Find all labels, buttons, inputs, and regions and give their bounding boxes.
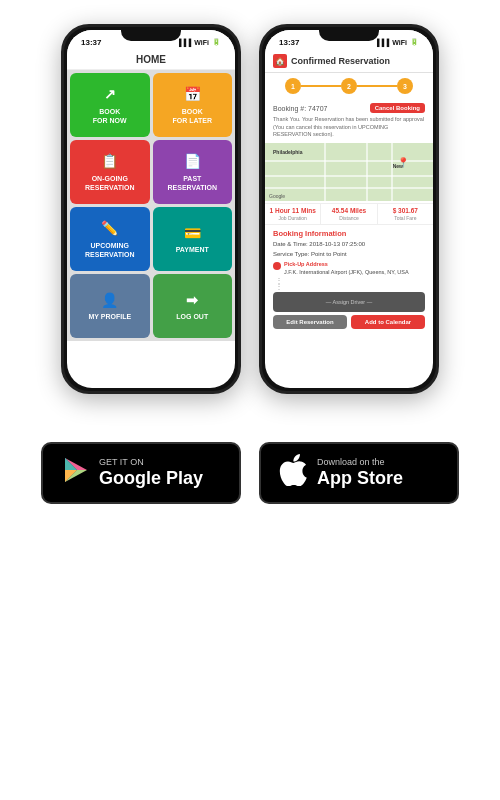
- map-area: Philadelphia New 📍 Google: [265, 143, 433, 201]
- payment-button[interactable]: 💳 PAYMENT: [153, 207, 233, 271]
- map-road-h2: [265, 175, 433, 177]
- google-play-button[interactable]: GET IT ON Google Play: [41, 442, 241, 504]
- phones-section: 13:37 ▐▐▐ WiFi 🔋 HOME ↗ BOOKFOR NOW 📅: [51, 24, 449, 394]
- stat-duration: 1 Hour 11 Mins Job Duration: [265, 204, 321, 224]
- google-play-icon: [61, 456, 89, 491]
- app-store-pre-text: Download on the: [317, 457, 403, 468]
- status-icons-1: ▐▐▐ WiFi 🔋: [176, 38, 221, 46]
- profile-button[interactable]: 👤 MY PROFILE: [70, 274, 150, 338]
- stepper: 1 2 3: [265, 73, 433, 99]
- payment-icon: 💳: [184, 224, 201, 242]
- booking-id-row: Booking #: 74707 Cancel Booking: [273, 103, 425, 113]
- stat-fare: $ 301.67 Total Fare: [378, 204, 433, 224]
- time-1: 13:37: [81, 38, 101, 47]
- booking-id: Booking #: 74707: [273, 105, 328, 112]
- ongoing-label: ON-GOINGRESERVATION: [85, 174, 134, 192]
- store-buttons-section: GET IT ON Google Play Download on the Ap…: [41, 442, 459, 504]
- phone-reservation-frame: 13:37 ▐▐▐ WiFi 🔋 🏠 Confirmed Reservation…: [259, 24, 439, 394]
- wifi-icon: WiFi: [194, 39, 209, 46]
- step-1: 1: [285, 78, 301, 94]
- phone-home-frame: 13:37 ▐▐▐ WiFi 🔋 HOME ↗ BOOKFOR NOW 📅: [61, 24, 241, 394]
- past-icon: 📄: [184, 152, 201, 170]
- driver-label: — Assign Driver —: [326, 299, 372, 305]
- book-later-icon: 📅: [184, 85, 201, 103]
- driver-area: — Assign Driver —: [273, 292, 425, 312]
- map-road-h3: [265, 187, 433, 189]
- stats-row: 1 Hour 11 Mins Job Duration 45.54 Miles …: [265, 203, 433, 225]
- book-now-icon: ↗: [104, 85, 116, 103]
- book-later-button[interactable]: 📅 BOOKFOR LATER: [153, 73, 233, 137]
- phone-reservation-screen: 13:37 ▐▐▐ WiFi 🔋 🏠 Confirmed Reservation…: [265, 30, 433, 388]
- google-play-main-text: Google Play: [99, 468, 203, 490]
- reservation-header: 🏠 Confirmed Reservation: [265, 50, 433, 73]
- step-line-1: [301, 85, 341, 87]
- service-info: Service Type: Point to Point: [273, 250, 425, 258]
- upcoming-label: UPCOMINGRESERVATION: [85, 241, 134, 259]
- step-2: 2: [341, 78, 357, 94]
- action-buttons: Edit Reservation Add to Calendar: [273, 315, 425, 329]
- map-pin: 📍: [397, 157, 409, 168]
- reservation-title: Confirmed Reservation: [291, 56, 390, 66]
- app-store-button[interactable]: Download on the App Store: [259, 442, 459, 504]
- stat-distance: 45.54 Miles Distance: [321, 204, 377, 224]
- step-3: 3: [397, 78, 413, 94]
- map-label-philly: Philadelphia: [273, 149, 302, 155]
- pickup-dot: [273, 262, 281, 270]
- ongoing-button[interactable]: 📋 ON-GOINGRESERVATION: [70, 140, 150, 204]
- home-grid: ↗ BOOKFOR NOW 📅 BOOKFOR LATER 📋 ON-GOING…: [67, 70, 235, 341]
- status-bar-1: 13:37 ▐▐▐ WiFi 🔋: [67, 30, 235, 50]
- add-to-calendar-button[interactable]: Add to Calendar: [351, 315, 425, 329]
- phone-home-screen: 13:37 ▐▐▐ WiFi 🔋 HOME ↗ BOOKFOR NOW 📅: [67, 30, 235, 388]
- app-store-main-text: App Store: [317, 468, 403, 490]
- pickup-row: Pick-Up Address J.F.K. International Air…: [273, 261, 425, 276]
- cancel-booking-button[interactable]: Cancel Booking: [370, 103, 425, 113]
- app-store-icon: [279, 454, 307, 493]
- booking-info-title: Booking Information: [273, 229, 425, 238]
- google-play-pre-text: GET IT ON: [99, 457, 203, 468]
- status-bar-2: 13:37 ▐▐▐ WiFi 🔋: [265, 30, 433, 50]
- upcoming-icon: ✏️: [101, 219, 118, 237]
- battery-icon: 🔋: [212, 38, 221, 46]
- upcoming-button[interactable]: ✏️ UPCOMINGRESERVATION: [70, 207, 150, 271]
- dots-row: ⋮⋮: [275, 278, 425, 289]
- ongoing-icon: 📋: [101, 152, 118, 170]
- stat-distance-label: Distance: [323, 215, 374, 221]
- pickup-address: J.F.K. International Airport (JFK), Quee…: [284, 269, 409, 277]
- home-header: HOME: [67, 50, 235, 70]
- signal-icon-2: ▐▐▐: [374, 39, 389, 46]
- map-road-v2: [366, 143, 368, 201]
- past-label: PASTRESERVATION: [168, 174, 217, 192]
- booking-message: Thank You. Your Reservation has been sub…: [273, 116, 425, 139]
- step-line-2: [357, 85, 397, 87]
- stat-distance-value: 45.54 Miles: [323, 207, 374, 214]
- stat-fare-label: Total Fare: [380, 215, 431, 221]
- logout-button[interactable]: ➡ LOG OUT: [153, 274, 233, 338]
- wifi-icon-2: WiFi: [392, 39, 407, 46]
- logout-icon: ➡: [186, 291, 198, 309]
- stat-fare-value: $ 301.67: [380, 207, 431, 214]
- edit-reservation-button[interactable]: Edit Reservation: [273, 315, 347, 329]
- date-info: Date & Time: 2018-10-13 07:25:00: [273, 240, 425, 248]
- signal-icon: ▐▐▐: [176, 39, 191, 46]
- reservation-body: Booking #: 74707 Cancel Booking Thank Yo…: [265, 99, 433, 333]
- stat-duration-label: Job Duration: [267, 215, 318, 221]
- book-now-label: BOOKFOR NOW: [93, 107, 127, 125]
- google-play-text: GET IT ON Google Play: [99, 457, 203, 489]
- stat-duration-value: 1 Hour 11 Mins: [267, 207, 318, 214]
- logout-label: LOG OUT: [176, 312, 208, 321]
- battery-icon-2: 🔋: [410, 38, 419, 46]
- pickup-info: Pick-Up Address J.F.K. International Air…: [284, 261, 409, 276]
- book-later-label: BOOKFOR LATER: [172, 107, 212, 125]
- profile-label: MY PROFILE: [88, 312, 131, 321]
- home-icon: 🏠: [273, 54, 287, 68]
- time-2: 13:37: [279, 38, 299, 47]
- payment-label: PAYMENT: [176, 245, 209, 254]
- profile-icon: 👤: [101, 291, 118, 309]
- pickup-label: Pick-Up Address: [284, 261, 409, 269]
- book-now-button[interactable]: ↗ BOOKFOR NOW: [70, 73, 150, 137]
- map-road-v3: [391, 143, 393, 201]
- map-road-v1: [324, 143, 326, 201]
- status-icons-2: ▐▐▐ WiFi 🔋: [374, 38, 419, 46]
- past-button[interactable]: 📄 PASTRESERVATION: [153, 140, 233, 204]
- app-store-text: Download on the App Store: [317, 457, 403, 489]
